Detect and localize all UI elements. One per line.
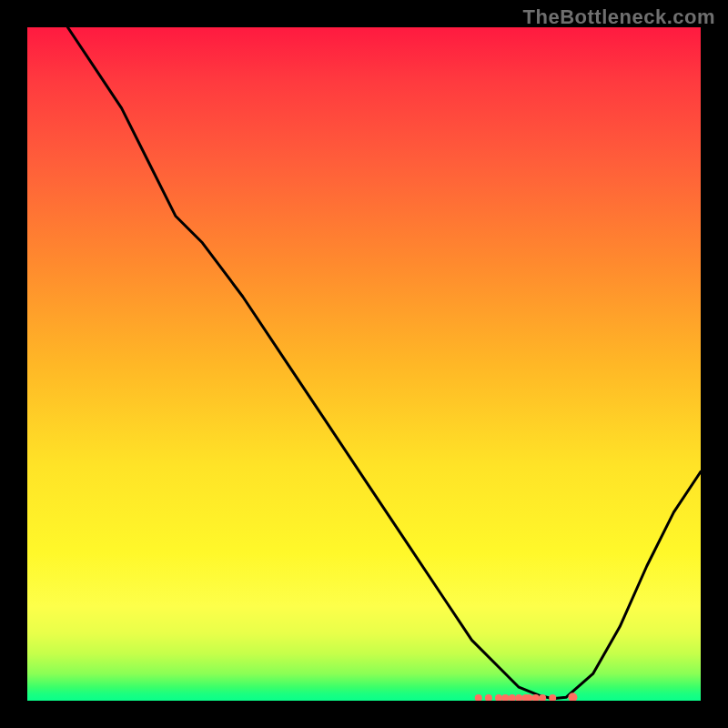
line-curve (67, 27, 701, 699)
scatter-dot (485, 694, 492, 701)
scatter-dot (475, 694, 482, 701)
scatter-dot (495, 694, 502, 701)
curve-layer (27, 27, 701, 701)
scatter-dot (549, 694, 556, 701)
scatter-dot (501, 694, 509, 701)
plot-area (27, 27, 701, 701)
chart-frame: TheBottleneck.com (0, 0, 728, 728)
watermark-text: TheBottleneck.com (523, 5, 715, 29)
scatter-dot (509, 694, 516, 701)
scatter-dot (515, 694, 522, 701)
